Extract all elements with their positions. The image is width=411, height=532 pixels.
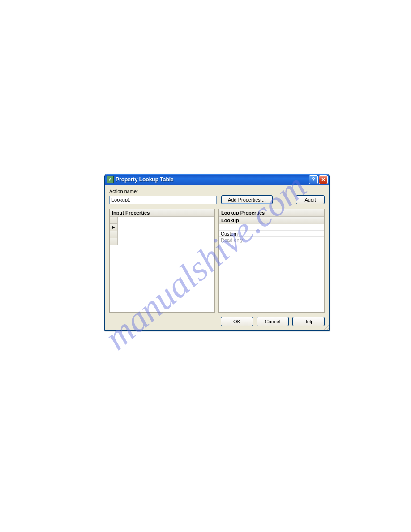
lookup-properties-panel: Lookup Properties Lookup Custom Read onl… bbox=[218, 209, 325, 313]
cancel-button[interactable]: Cancel bbox=[257, 317, 289, 326]
resize-grip-icon[interactable] bbox=[322, 324, 329, 330]
help-button[interactable]: Help bbox=[292, 317, 325, 326]
lookup-row-custom[interactable]: Custom bbox=[219, 231, 324, 237]
action-name-input[interactable] bbox=[109, 196, 217, 204]
top-controls-row: Add Properties ... Audit bbox=[109, 195, 325, 204]
lookup-properties-header: Lookup Properties bbox=[219, 209, 324, 217]
lookup-body: Lookup Custom Read only bbox=[219, 217, 324, 312]
help-icon[interactable]: ? bbox=[309, 175, 318, 184]
dialog-body: Action name: Add Properties ... Audit In… bbox=[105, 185, 329, 330]
app-icon: A bbox=[107, 176, 114, 183]
row-selector-current[interactable] bbox=[110, 224, 118, 231]
input-properties-grid[interactable] bbox=[110, 217, 214, 312]
close-icon[interactable]: × bbox=[319, 175, 328, 184]
action-name-label: Action name: bbox=[109, 189, 325, 194]
ok-button[interactable]: OK bbox=[221, 317, 253, 326]
title-bar[interactable]: A Property Lookup Table ? × bbox=[105, 174, 329, 185]
property-lookup-dialog: A Property Lookup Table ? × Action name:… bbox=[104, 174, 330, 331]
row-selector[interactable] bbox=[110, 217, 118, 224]
dialog-button-row: OK Cancel Help bbox=[109, 317, 325, 326]
row-selector-column bbox=[110, 217, 118, 312]
input-properties-panel: Input Properties bbox=[109, 209, 215, 313]
lookup-row-readonly: Read only bbox=[219, 237, 324, 243]
row-selector[interactable] bbox=[110, 238, 118, 245]
lookup-row-empty[interactable] bbox=[219, 224, 324, 231]
input-properties-header: Input Properties bbox=[110, 209, 214, 217]
audit-button[interactable]: Audit bbox=[296, 195, 325, 204]
title-bar-buttons: ? × bbox=[309, 175, 328, 184]
panels-container: Input Properties Lookup Properties Looku… bbox=[109, 209, 325, 313]
add-properties-button[interactable]: Add Properties ... bbox=[221, 195, 273, 204]
lookup-column-header[interactable]: Lookup bbox=[219, 217, 324, 224]
row-selector[interactable] bbox=[110, 231, 118, 238]
dialog-title: Property Lookup Table bbox=[116, 176, 309, 183]
